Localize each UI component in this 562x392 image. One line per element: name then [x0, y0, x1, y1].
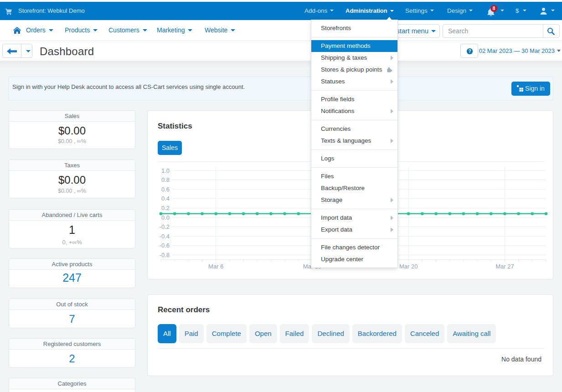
svg-text:Mar 6: Mar 6 — [208, 263, 223, 270]
svg-text:?: ? — [468, 49, 471, 54]
svg-text:Mar 27: Mar 27 — [495, 263, 514, 270]
svg-text:0.6: 0.6 — [161, 186, 170, 193]
svg-text:-0.4: -0.4 — [160, 233, 170, 240]
svg-text:Mar 20: Mar 20 — [399, 263, 418, 270]
svg-text:1.0: 1.0 — [161, 167, 170, 174]
svg-text:0.2: 0.2 — [161, 205, 170, 211]
svg-text:0.8: 0.8 — [161, 176, 170, 183]
svg-text:-0.6: -0.6 — [160, 242, 170, 249]
svg-text:-0.2: -0.2 — [160, 223, 170, 230]
svg-text:0.4: 0.4 — [161, 195, 170, 202]
svg-text:-0.8: -0.8 — [160, 252, 170, 258]
svg-text:0.0: 0.0 — [161, 214, 170, 221]
